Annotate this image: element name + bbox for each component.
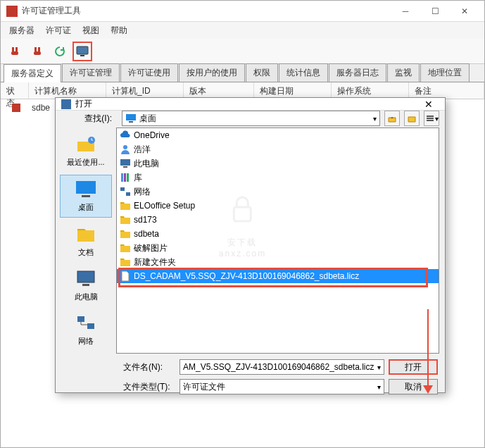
list-item[interactable]: sd173	[117, 213, 439, 227]
menu-help[interactable]: 帮助	[105, 23, 133, 38]
cancel-button[interactable]: 取消	[389, 379, 438, 394]
list-item[interactable]: sdbeta	[117, 227, 439, 241]
list-item[interactable]: 浩洋	[117, 142, 439, 156]
header-os[interactable]: 操作系统	[332, 82, 409, 99]
list-item[interactable]: 库	[117, 170, 439, 185]
list-item[interactable]: 网络	[117, 185, 439, 199]
folder-new-icon	[407, 113, 417, 123]
folder-up-icon	[387, 113, 397, 123]
maximize-button[interactable]: ☐	[421, 3, 449, 20]
lookin-combo[interactable]: 桌面 ▾	[122, 111, 380, 126]
menu-license[interactable]: 许可证	[40, 23, 77, 38]
refresh-button[interactable]	[50, 42, 70, 61]
list-item[interactable]: ELOoffice Setup	[117, 199, 439, 213]
monitor-small-icon	[125, 113, 137, 123]
svg-rect-28	[126, 192, 130, 196]
folder-icon	[120, 256, 131, 268]
menu-view[interactable]: 视图	[77, 23, 105, 38]
svg-rect-16	[82, 195, 90, 197]
tab-monitor[interactable]: 监视	[387, 63, 420, 82]
close-button[interactable]: ✕	[451, 3, 479, 20]
lookin-label: 查找(I):	[61, 113, 118, 125]
folder-icon	[120, 242, 131, 254]
svg-rect-2	[11, 51, 18, 55]
svg-rect-10	[129, 121, 133, 123]
svg-rect-3	[34, 47, 37, 51]
open-file-button[interactable]	[73, 42, 92, 61]
svg-point-21	[123, 145, 127, 149]
filename-label: 文件名(N):	[123, 361, 175, 373]
tab-stats[interactable]: 统计信息	[279, 63, 328, 82]
list-item[interactable]: 此电脑	[117, 156, 439, 170]
svg-rect-0	[12, 47, 14, 51]
tab-license-mgmt[interactable]: 许可证管理	[62, 63, 120, 82]
tab-bar: 服务器定义 许可证管理 许可证使用 按用户的使用 权限 统计信息 服务器日志 监…	[1, 64, 484, 82]
place-network[interactable]: 网络	[60, 309, 112, 351]
list-item[interactable]: 新建文件夹	[117, 255, 439, 269]
header-date[interactable]: 构建日期	[254, 82, 332, 99]
header-status[interactable]: 状态	[1, 82, 29, 99]
list-item[interactable]: OneDrive	[117, 128, 439, 142]
header-id[interactable]: 计算机_ID	[106, 82, 184, 99]
place-recent[interactable]: 最近使用...	[60, 130, 112, 172]
lookin-value: 桌面	[139, 113, 156, 125]
header-name[interactable]: 计算机名称	[29, 82, 106, 99]
plug-connect-button[interactable]	[5, 42, 25, 61]
svg-rect-1	[15, 47, 18, 51]
svg-rect-26	[127, 173, 129, 182]
place-desktop[interactable]: 桌面	[60, 175, 112, 218]
minimize-button[interactable]: ─	[391, 3, 420, 20]
svg-rect-22	[120, 159, 130, 166]
thispc-icon	[120, 158, 131, 169]
open-dialog: 打开 ✕ 查找(I): 桌面 ▾ ▾ 最近使用... 桌面 文档	[55, 97, 446, 393]
documents-icon	[75, 225, 97, 244]
svg-rect-7	[80, 55, 84, 56]
svg-rect-8	[12, 104, 20, 112]
open-button[interactable]: 打开	[389, 359, 438, 375]
header-version[interactable]: 版本	[184, 82, 254, 99]
svg-rect-18	[82, 284, 89, 286]
tab-server-log[interactable]: 服务器日志	[329, 63, 386, 82]
place-thispc[interactable]: 此电脑	[60, 265, 112, 306]
svg-rect-15	[76, 181, 96, 194]
file-icon	[120, 270, 131, 282]
tab-license-use[interactable]: 许可证使用	[120, 63, 178, 82]
tab-permission[interactable]: 权限	[246, 63, 278, 82]
list-item[interactable]: 破解图片	[117, 241, 439, 255]
view-menu-button[interactable]: ▾	[424, 111, 439, 126]
svg-rect-5	[34, 51, 41, 55]
row-status-icon	[4, 102, 29, 113]
tab-server-def[interactable]: 服务器定义	[4, 64, 61, 82]
network-icon	[75, 313, 97, 333]
filename-input[interactable]: AM_V5.SSQ_ZJV-413D100169046862_sdbeta.li…	[179, 359, 384, 375]
menu-server[interactable]: 服务器	[4, 23, 40, 38]
toolbar	[1, 39, 484, 64]
list-view-icon	[425, 113, 435, 123]
row-name: sdbe	[29, 103, 50, 113]
plug-icon	[32, 46, 43, 57]
svg-rect-12	[427, 118, 434, 119]
dialog-close-button[interactable]: ✕	[418, 99, 439, 110]
list-item-selected[interactable]: DS_CADAM_V5.SSQ_ZJV-413D100169046862_sdb…	[117, 269, 439, 283]
folder-icon	[120, 228, 131, 239]
header-note[interactable]: 备注	[409, 82, 484, 99]
window-title: 许可证管理工具	[22, 5, 391, 17]
new-folder-button[interactable]	[404, 111, 420, 126]
filetype-combo[interactable]: 许可证文件▾	[179, 379, 384, 394]
cloud-icon	[120, 130, 131, 141]
svg-rect-9	[126, 114, 136, 120]
menubar: 服务器 许可证 视图 帮助	[1, 22, 484, 39]
desktop-icon	[75, 180, 97, 199]
tab-geo[interactable]: 地理位置	[420, 63, 470, 82]
refresh-icon	[54, 46, 65, 57]
up-folder-button[interactable]	[384, 111, 400, 126]
file-list[interactable]: OneDrive 浩洋 此电脑 库 网络 ELOoffice Setup sd1…	[116, 127, 439, 354]
thispc-icon	[75, 269, 97, 289]
plug-disconnect-button[interactable]	[27, 42, 47, 61]
tab-user-use[interactable]: 按用户的使用	[179, 63, 245, 82]
filetype-label: 文件类型(T):	[123, 381, 175, 393]
place-documents[interactable]: 文档	[60, 220, 112, 262]
svg-rect-4	[38, 47, 40, 51]
svg-rect-11	[427, 116, 434, 117]
app-icon	[6, 6, 18, 17]
